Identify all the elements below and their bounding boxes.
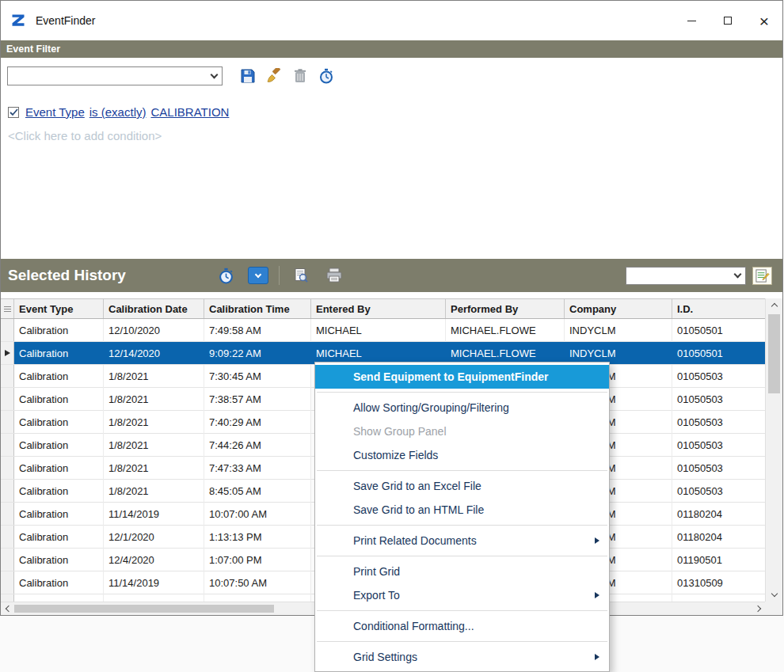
menu-item-print-related-documents[interactable]: Print Related Documents [315,529,609,552]
run-filter-button[interactable] [315,65,337,87]
column-header-performed-by[interactable]: Performed By [446,299,565,318]
chevron-down-icon[interactable] [729,268,745,284]
cell-calibration-date: 11/14/2019 [104,571,204,594]
column-header-calibration-time[interactable]: Calibration Time [204,299,311,318]
cell-calibration-time: 10:07:50 AM [204,571,311,594]
selected-row-arrow-icon [5,350,10,356]
scroll-down-button[interactable] [766,588,782,602]
condition-value-link[interactable]: CALIBRATION [150,105,229,119]
scroll-right-button[interactable] [752,602,766,615]
column-header-calibration-date[interactable]: Calibration Date [104,299,204,318]
filter-preset-combo[interactable] [7,66,223,85]
event-filter-header: Event Filter [1,40,782,58]
chevron-down-icon[interactable] [206,67,222,85]
menu-item-allow-sorting-grouping-filtering[interactable]: Allow Sorting/Grouping/Filtering [315,396,609,420]
edit-grid-button[interactable] [752,267,772,285]
row-indicator-cell [1,526,14,548]
cell-calibration-date: 1/8/2021 [104,434,204,457]
cell-company: INDYCLM [565,319,672,342]
column-header-company[interactable]: Company [565,299,672,318]
cell-i-d: 01050503 [672,457,766,480]
cell-calibration-time: 7:38:57 AM [204,388,311,411]
menu-item-print-grid[interactable]: Print Grid [315,560,609,583]
delete-filter-button[interactable] [289,65,311,87]
row-indicator-cell [1,411,14,433]
list-lines-icon [4,306,11,312]
clear-filter-button[interactable] [263,65,285,87]
condition-checkbox[interactable] [8,107,19,118]
menu-item-export-to[interactable]: Export To [315,583,609,607]
cell-i-d: 01310510 [672,594,766,602]
cell-event-type: Calibration [14,503,104,526]
toggle-filter-panel-button[interactable] [248,267,268,284]
save-icon [240,68,256,84]
cell-event-type: Calibration [14,319,104,342]
maximize-button[interactable] [710,1,746,40]
menu-separator [317,641,607,642]
cell-i-d: 01050501 [672,342,766,365]
menu-item-label: Save Grid to an HTML File [353,503,484,516]
menu-item-label: Export To [353,589,400,602]
menu-separator [317,610,607,611]
menu-item-show-group-panel: Show Group Panel [315,420,609,443]
run-query-button[interactable] [215,264,237,287]
cell-calibration-date: 12/1/2020 [104,526,204,549]
scroll-up-button[interactable] [766,298,782,312]
selected-history-header: Selected History [1,259,782,292]
cell-i-d: 01190501 [672,549,766,571]
row-indicator-cell [1,503,14,525]
column-header-i-d[interactable]: I.D. [672,299,766,318]
selected-history-title: Selected History [1,267,215,284]
menu-separator [317,525,607,526]
cell-i-d: 01050503 [672,365,766,388]
menu-separator [317,392,607,393]
cell-calibration-date: 1/8/2021 [104,480,204,503]
row-indicator-cell [1,549,14,571]
menu-item-send-equipment-to-equipmentfinder[interactable]: Send Equipment to EquipmentFinder [315,365,609,389]
menu-item-label: Grid Settings [353,651,417,663]
chevron-down-icon [771,590,777,597]
cell-i-d: 01050503 [672,388,766,411]
menu-item-conditional-formatting[interactable]: Conditional Formatting... [315,614,609,638]
row-indicator-cell [1,342,14,364]
condition-field-link[interactable]: Event Type [25,105,85,119]
print-preview-button[interactable] [290,264,312,287]
condition-operator-link[interactable]: is (exactly) [89,105,147,119]
menu-item-customize-fields[interactable]: Customize Fields [315,443,609,467]
cell-calibration-time: 7:10:00 AM [204,594,311,602]
cell-event-type: Calibration [14,594,104,602]
cell-event-type: Calibration [14,457,104,480]
add-condition-hint[interactable]: <Click here to add condition> [8,129,782,142]
scroll-left-button[interactable] [1,602,14,615]
stopwatch-icon [218,268,234,284]
table-row[interactable]: Calibration12/10/20207:49:58 AMMICHAELMI… [1,319,766,342]
cell-event-type: Calibration [14,365,104,388]
vertical-scroll-thumb[interactable] [768,314,780,393]
column-header-event-type[interactable]: Event Type [14,299,104,318]
save-filter-button[interactable] [237,65,259,87]
cell-calibration-time: 1:13:13 PM [204,526,311,549]
horizontal-scroll-thumb[interactable] [14,605,274,613]
menu-item-save-grid-to-an-excel-file[interactable]: Save Grid to an Excel File [315,474,609,498]
chevron-up-icon [771,303,777,309]
cell-event-type: Calibration [14,480,104,503]
toolbar-divider [279,266,280,285]
column-header-entered-by[interactable]: Entered By [311,299,446,318]
cell-calibration-time: 7:30:45 AM [204,365,311,388]
cell-event-type: Calibration [14,388,104,411]
row-indicator-cell [1,480,14,502]
minimize-button[interactable] [673,1,710,40]
cell-i-d: 01050503 [672,434,766,457]
user-filter-combo[interactable]: MICHAEL [626,267,746,285]
row-indicator-cell [1,319,14,341]
print-button[interactable] [323,264,345,287]
cell-i-d: 01310509 [672,571,766,594]
vertical-scrollbar[interactable] [765,298,782,602]
cell-i-d: 01050503 [672,480,766,503]
menu-item-grid-settings[interactable]: Grid Settings [315,645,609,669]
cell-entered-by: MICHAEL [311,319,446,342]
row-indicator-cell [1,388,14,410]
menu-item-save-grid-to-an-html-file[interactable]: Save Grid to an HTML File [315,498,609,522]
submenu-arrow-icon [595,537,599,544]
close-button[interactable]: × [746,1,782,40]
